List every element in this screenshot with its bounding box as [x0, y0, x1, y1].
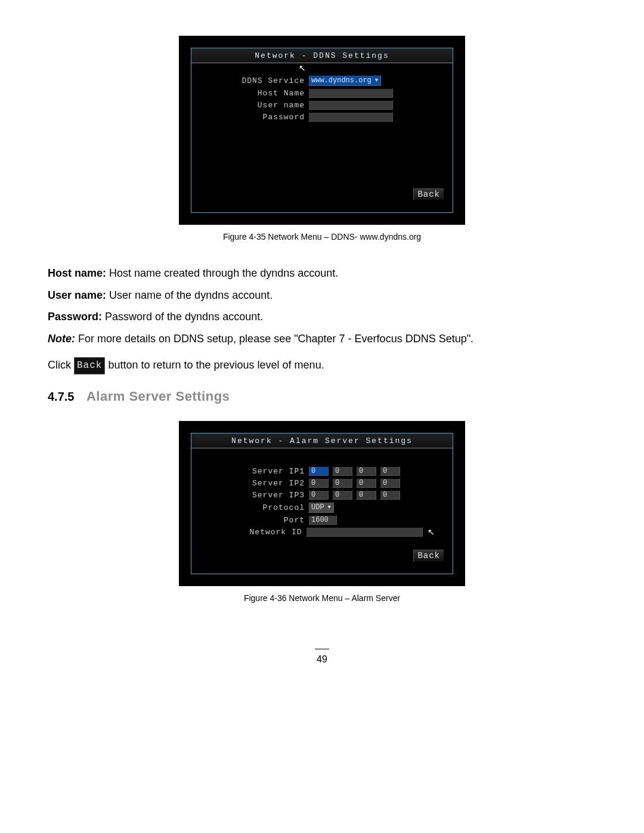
select-ddns-service[interactable]: www.dyndns.org ▼ — [308, 75, 381, 86]
figure-ddns: Network - DDNS Settings ↖ DDNS Service w… — [48, 36, 596, 258]
osd-title-bar-2: Network - Alarm Server Settings — [191, 433, 453, 448]
text-user-name: User name of the dyndns account. — [106, 289, 273, 301]
back-button[interactable]: Back — [413, 188, 444, 200]
row-server-ip1: Server IP1 0 0 0 0 — [209, 466, 435, 476]
select-value: www.dyndns.org — [311, 76, 371, 85]
text-note: For more details on DDNS setup, please s… — [75, 333, 473, 345]
label-port: Port — [209, 516, 305, 525]
cursor-icon: ↖ — [299, 63, 306, 73]
input-ip2-a[interactable]: 0 — [308, 478, 329, 488]
input-ip3-b[interactable]: 0 — [332, 490, 352, 500]
para-password: Password: Password of the dyndns account… — [48, 308, 596, 326]
row-server-ip2: Server IP2 0 0 0 0 — [209, 478, 435, 488]
chevron-down-icon: ▼ — [375, 78, 378, 83]
bold-password: Password: — [48, 311, 102, 323]
label-protocol: Protocol — [209, 503, 305, 512]
osd-title-2: Network - Alarm Server Settings — [231, 436, 413, 445]
osd-panel-alarm: Network - Alarm Server Settings Server I… — [179, 421, 465, 586]
text-click-pre: Click — [48, 359, 74, 371]
figure-caption-2: Figure 4-36 Network Menu – Alarm Server — [244, 593, 400, 603]
label-user-name: User name — [209, 101, 305, 110]
osd-frame: Network - DDNS Settings ↖ DDNS Service w… — [191, 48, 453, 213]
select-protocol[interactable]: UDP ▼ — [308, 502, 334, 513]
input-ip1-d[interactable]: 0 — [380, 466, 400, 476]
section-title: Alarm Server Settings — [86, 389, 230, 404]
label-server-ip3: Server IP3 — [209, 491, 305, 500]
select-protocol-value: UDP — [311, 503, 324, 512]
chevron-down-icon: ▼ — [328, 504, 331, 510]
row-user-name: User name — [209, 100, 435, 110]
figure-alarm-server: Network - Alarm Server Settings Server I… — [48, 421, 596, 620]
bold-host-name: Host name: — [48, 267, 106, 279]
back-button-2[interactable]: Back — [413, 550, 444, 562]
input-ip3-d[interactable]: 0 — [380, 490, 400, 500]
cursor-icon: ↖ — [428, 527, 435, 537]
para-user-name: User name: User name of the dyndns accou… — [48, 286, 596, 305]
label-server-ip2: Server IP2 — [209, 479, 305, 488]
input-password[interactable] — [308, 112, 393, 122]
input-ip3-a[interactable]: 0 — [308, 490, 329, 500]
row-port: Port 1600 — [209, 515, 435, 525]
label-server-ip1: Server IP1 — [209, 467, 305, 476]
osd-title-bar: Network - DDNS Settings — [191, 48, 453, 63]
row-protocol: Protocol UDP ▼ — [209, 502, 435, 513]
row-host-name: Host Name — [209, 88, 435, 98]
figure-caption-1: Figure 4-35 Network Menu – DDNS- www.dyn… — [223, 232, 421, 241]
inline-back-button: Back — [74, 357, 105, 374]
row-server-ip3: Server IP3 0 0 0 0 — [209, 490, 435, 500]
input-ip2-b[interactable]: 0 — [332, 478, 352, 488]
osd-frame-2: Network - Alarm Server Settings Server I… — [191, 433, 453, 574]
input-port[interactable]: 1600 — [308, 515, 337, 525]
para-host-name: Host name: Host name created through the… — [48, 264, 596, 283]
page-number-value: 49 — [317, 654, 327, 664]
row-network-id: Network ID ↖ — [209, 527, 435, 537]
label-network-id: Network ID — [209, 528, 302, 537]
input-user-name[interactable] — [308, 100, 393, 110]
input-ip2-d[interactable]: 0 — [380, 478, 400, 488]
input-ip1-a[interactable]: 0 — [308, 466, 329, 476]
label-password: Password — [209, 113, 305, 122]
input-ip3-c[interactable]: 0 — [356, 490, 376, 500]
text-click-post: button to return to the previous level o… — [108, 359, 324, 371]
para-click-back: Click Back button to return to the previ… — [48, 356, 596, 374]
page-number: 49 — [48, 643, 596, 665]
bold-note: Note: — [48, 333, 75, 345]
input-ip1-b[interactable]: 0 — [332, 466, 352, 476]
text-password: Password of the dyndns account. — [102, 311, 263, 323]
input-network-id[interactable] — [306, 527, 423, 537]
section-number: 4.7.5 — [48, 390, 74, 403]
input-host-name[interactable] — [308, 88, 393, 98]
row-ddns-service: DDNS Service www.dyndns.org ▼ — [209, 75, 435, 86]
osd-panel-ddns: Network - DDNS Settings ↖ DDNS Service w… — [179, 36, 465, 225]
osd-body: ↖ DDNS Service www.dyndns.org ▼ Host Nam… — [191, 63, 453, 206]
input-ip1-c[interactable]: 0 — [356, 466, 376, 476]
row-password: Password — [209, 112, 435, 122]
para-note: Note: For more details on DDNS setup, pl… — [48, 330, 596, 348]
section-heading: 4.7.5 Alarm Server Settings — [48, 389, 596, 404]
text-host-name: Host name created through the dyndns acc… — [106, 267, 338, 279]
bold-user-name: User name: — [48, 289, 106, 301]
label-ddns-service: DDNS Service — [209, 76, 305, 85]
osd-title: Network - DDNS Settings — [255, 51, 389, 60]
input-ip2-c[interactable]: 0 — [356, 478, 376, 488]
osd-body-2: Server IP1 0 0 0 0 Server IP2 0 0 0 0 Se… — [191, 448, 453, 568]
page-number-bar — [315, 649, 329, 649]
label-host-name: Host Name — [209, 89, 305, 98]
